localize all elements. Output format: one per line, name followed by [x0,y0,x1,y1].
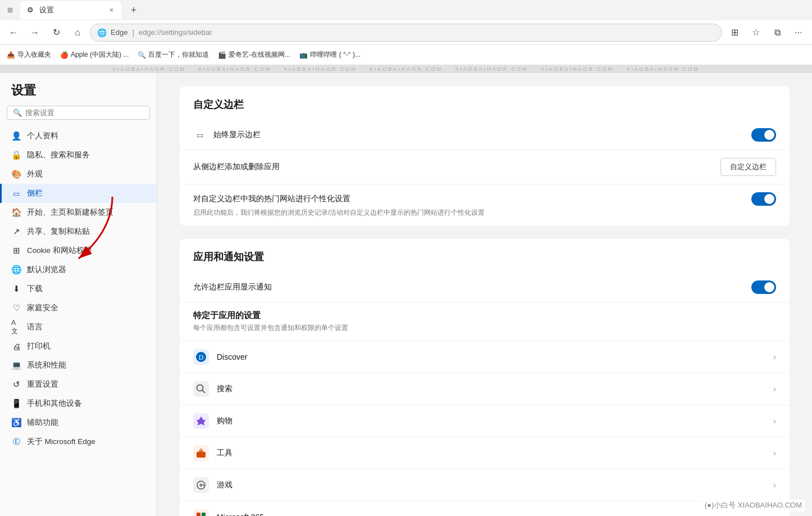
system-label: 系统和性能 [27,360,66,370]
bookmark-favicon-iqiyi: 🎬 [218,51,226,59]
accessibility-label: 辅助功能 [27,418,58,428]
tab-close-button[interactable]: × [108,5,115,15]
new-tab-button[interactable]: + [126,2,142,18]
bookmark-favicon-import: 📥 [7,51,15,59]
home-button[interactable]: ⌂ [69,24,86,42]
bookmark-label-bilibili: 哔哩哔哩 ( °-° )... [310,50,361,60]
sidebar-item-system[interactable]: 💻 系统和性能 [0,356,157,375]
search-app-icon [193,381,209,397]
search-settings-box[interactable]: 🔍 [7,106,150,120]
m365-name: Microsoft 365 [217,513,773,516]
customize-sidebar-title: 自定义边栏 [180,87,790,120]
forward-button[interactable]: → [26,24,44,42]
discover-chevron: › [773,352,776,361]
bookmark-favicon-bilibili: 📺 [299,51,308,59]
sidebar-item-browser[interactable]: 🌐 默认浏览器 [0,260,157,279]
app-row-m365[interactable]: Microsoft 365 › [180,501,790,516]
extensions-button[interactable]: ⊞ [726,24,743,42]
browser-icon: 🌐 [11,265,21,275]
sidebar-item-mobile[interactable]: 📱 手机和其他设备 [0,394,157,413]
always-show-toggle[interactable] [751,128,776,142]
browser-label: 默认浏览器 [27,265,66,275]
sidebar-item-appearance[interactable]: 🎨 外观 [0,165,157,184]
watermark-text: XIAOBAIHAOR.COM XIAOBAIHAOR.COM XIAOBAIH… [112,66,700,72]
privacy-label: 隐私、搜索和服务 [27,150,90,160]
downloads-label: 下载 [27,284,43,294]
sidebar-item-about[interactable]: Ⓔ 关于 Microsoft Edge [0,432,157,451]
bookmark-favicon-apple: 🍎 [60,51,69,59]
shopping-name: 购物 [217,416,773,426]
sidebar-item-language[interactable]: A文 语言 [0,318,157,337]
app-specific-title: 特定于应用的设置 [193,310,776,321]
app-row-games[interactable]: 游戏 › [180,469,790,501]
games-icon [193,477,209,493]
printer-icon: 🖨 [11,341,21,351]
m365-chevron: › [773,513,776,516]
sidebar-item-cookies[interactable]: ⊞ Cookie 和网站权限 [0,241,157,260]
app-row-discover[interactable]: D Discover › [180,341,790,373]
start-label: 开始、主页和新建标签页 [27,207,113,218]
app-row-search[interactable]: 搜索 › [180,373,790,405]
personalize-setting: 对自定义边栏中我的热门网站进行个性化设置 启用此功能后，我们将根据您的浏览历史记… [180,184,790,225]
mobile-label: 手机和其他设备 [27,399,82,409]
address-bar[interactable]: 🌐 Edge | edge://settings/sidebar [90,24,722,42]
personalize-label: 对自定义边栏中我的热门网站进行个性化设置 [193,194,751,204]
allow-notifications-toggle[interactable] [751,280,776,294]
customize-sidebar-button[interactable]: 自定义边栏 [720,158,776,176]
always-show-icon: ▭ [193,128,207,142]
app-notifications-section: 应用和通知设置 允许边栏应用显示通知 特定于应用的设置 每个应用都包含可设置并包… [180,239,790,516]
family-icon: ♡ [11,303,21,313]
favorites-button[interactable]: ☆ [747,24,765,42]
sidebar-item-share[interactable]: ↗ 共享、复制和粘贴 [0,222,157,241]
bookmark-iqiyi[interactable]: 🎬 爱奇艺-在线视频网... [218,50,290,60]
sidebar-item-printer[interactable]: 🖨 打印机 [0,337,157,356]
sidebar-item-reset[interactable]: ↺ 重置设置 [0,375,157,394]
settings-tab[interactable]: ⚙ 设置 × [20,1,121,19]
sidebar-item-profile[interactable]: 👤 个人资料 [0,126,157,146]
family-label: 家庭安全 [27,303,58,313]
svg-rect-7 [200,449,202,451]
watermark-row: XIAOBAIHAOR.COM XIAOBAIHAOR.COM XIAOBAIH… [0,65,812,73]
svg-point-9 [203,484,204,485]
sidebar-item-start[interactable]: 🏠 开始、主页和新建标签页 [0,203,157,222]
svg-marker-4 [197,417,206,426]
language-icon: A文 [11,322,21,332]
bookmark-bilibili[interactable]: 📺 哔哩哔哩 ( °-° )... [299,50,361,60]
privacy-icon: 🔒 [11,150,21,160]
search-icon: 🔍 [13,108,22,117]
address-separator: | [132,28,134,37]
collections-button[interactable]: ⧉ [768,24,786,42]
always-show-label: 始终显示边栏 [213,130,751,140]
personalize-toggle[interactable] [751,192,776,206]
address-label: Edge [111,28,127,37]
svg-rect-12 [202,513,206,516]
window-icon: ⊞ [4,4,16,16]
sidebar-item-sidebar[interactable]: ▭ 侧栏 [0,184,157,203]
app-row-shopping[interactable]: 购物 › [180,405,790,437]
search-settings-input[interactable] [25,108,144,117]
back-button[interactable]: ← [4,24,22,42]
svg-line-3 [202,390,205,393]
sidebar-item-accessibility[interactable]: ♿ 辅助功能 [0,413,157,432]
downloads-icon: ⬇ [11,284,21,294]
games-name: 游戏 [217,480,773,490]
sidebar-item-privacy[interactable]: 🔒 隐私、搜索和服务 [0,146,157,165]
system-icon: 💻 [11,360,21,370]
bookmark-import[interactable]: 📥 导入收藏夹 [7,50,51,60]
games-chevron: › [773,481,776,490]
sidebar-item-downloads[interactable]: ⬇ 下载 [0,279,157,298]
app-row-tools[interactable]: 工具 › [180,437,790,469]
sidebar-icon: ▭ [11,188,21,198]
bookmark-baidu[interactable]: 🔍 百度一下，你就知道 [138,50,209,60]
sidebar-item-family[interactable]: ♡ 家庭安全 [0,298,157,318]
bookmark-apple[interactable]: 🍎 Apple (中国大陆) ... [60,50,129,60]
app-specific-subsection: 特定于应用的设置 每个应用都包含可设置并包含通知和权限的单个设置 [180,302,790,341]
address-favicon: 🌐 [97,28,106,37]
settings-page-title: 设置 [0,82,157,106]
svg-rect-11 [197,513,200,516]
refresh-button[interactable]: ↻ [47,24,65,42]
tools-icon [193,445,209,461]
menu-button[interactable]: ··· [790,24,808,42]
svg-text:D: D [199,354,204,361]
printer-label: 打印机 [27,341,51,351]
